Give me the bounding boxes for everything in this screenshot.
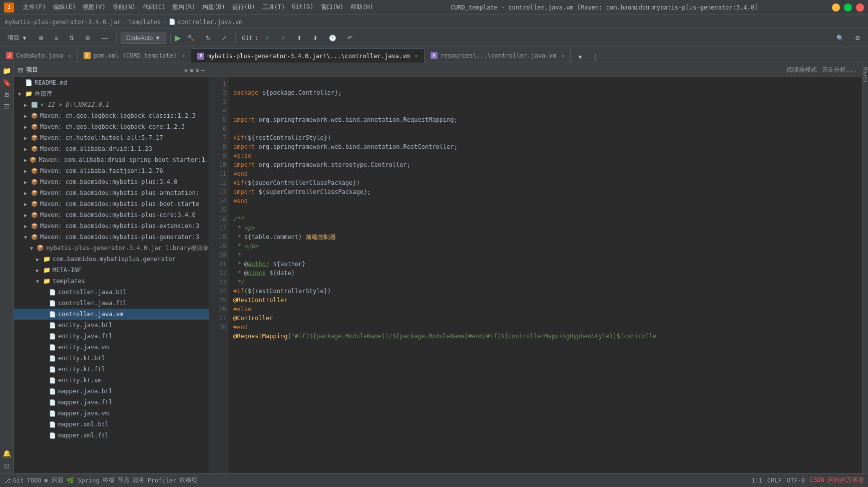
collapse-icon[interactable]: — [97,33,112,44]
menu-code[interactable]: 代码(C) [140,2,169,13]
tree-file-item[interactable]: 📄 controller.java.ftl [14,298,209,309]
menu-window[interactable]: 窗口(W) [318,2,347,13]
project-dropdown[interactable]: 项目 ▼ [3,32,32,44]
menu-navigate[interactable]: 导航(N) [110,2,139,13]
tree-item[interactable]: ▶ 📁 META-INF [14,265,209,276]
tree-item[interactable]: ▶ 📦 Maven: com.alibaba:druid:1.1.23 [14,143,209,154]
equalize-icon[interactable]: ≡ [50,33,63,44]
line-col-status[interactable]: 1:1 [751,477,762,484]
menu-refactor[interactable]: 重构(R) [169,2,198,13]
tree-item[interactable]: ▶ 📁 com.baomidou.mybatisplus.generator [14,254,209,265]
tree-file-item[interactable]: 📄 entity.java.btl [14,320,209,331]
tab-more[interactable]: ▼ [573,52,588,63]
tab-controller-vm[interactable]: V mybatis-plus-generator-3.4.0.jar!\...\… [191,49,424,63]
menu-help[interactable]: 帮助(H) [347,2,376,13]
tree-item[interactable]: ▶ 📦 Maven: com.baomidou:mybatis-plus-cor… [14,209,209,220]
menu-git[interactable]: Git(G) [289,2,316,13]
tree-file-item[interactable]: 📄 entity.kt.ftl [14,364,209,375]
tab-pom[interactable]: X pom.xml (CURD_template) × [78,49,191,63]
menu-edit[interactable]: 编辑(E) [50,2,79,13]
tree-file-item-selected[interactable]: 📄 controller.java.vm [14,309,209,320]
structure-icon[interactable]: ⊞ [2,89,13,100]
tree-file-item[interactable]: 📄 mapper.java.btl [14,386,209,397]
breadcrumb-file[interactable]: 📄 controller.java.vm [169,19,243,26]
hierarchy-icon[interactable]: ☰ [2,101,13,112]
nodes-status[interactable]: 节点 [118,476,130,484]
menu-bar[interactable]: 文件(F) 编辑(E) 视图(V) 导航(N) 代码(C) 重构(R) 构建(B… [20,2,376,13]
profiler-status[interactable]: Profiler [148,477,177,484]
window-controls[interactable] [832,4,864,12]
tree-item[interactable]: ▼ 📁 外部库 [14,88,209,99]
git-revert[interactable]: ↶ [343,33,357,44]
tree-item[interactable]: ▼ 📦 Maven: com.baomidou:mybatis-plus-gen… [14,231,209,242]
tree-file-item[interactable]: 📄 entity.kt.vm [14,375,209,386]
tab-close-pom[interactable]: × [182,53,185,59]
menu-build[interactable]: 构建(B) [199,2,228,13]
git-check1[interactable]: ✓ [260,33,274,44]
expand-button[interactable]: ⤢ [217,33,231,44]
tree-icon-equalize[interactable]: ≡ [190,67,193,74]
tree-item[interactable]: ▶ 📦 Maven: cn.hutool:hutool-all:5.7.17 [14,132,209,143]
tab-close-resources[interactable]: × [561,53,564,59]
breadcrumb-folder[interactable]: templates [128,19,161,26]
run-button[interactable]: ▶ [175,33,181,43]
reload-button[interactable]: ↻ [201,33,215,44]
csdn-status[interactable]: CSDN·阿狗的万事屋 [810,476,864,484]
git-check2[interactable]: ✓ [276,33,290,44]
tree-expand-icon[interactable]: ▤ [18,65,23,75]
settings-icon[interactable]: ⚙ [81,33,95,44]
code-content[interactable]: package ${package.Controller}; import or… [229,77,862,473]
tab-resources-vm[interactable]: V resources\...\controller.java.vm × [424,49,571,63]
search-button[interactable]: 🔍 [832,33,848,44]
tree-file-item[interactable]: 📄 mapper.java.vm [14,408,209,419]
tree-icon-collapse[interactable]: — [201,67,205,74]
bookmarks-icon[interactable]: 🔖 [2,77,13,88]
tree-item[interactable]: ▶ 🔢 < 12 > D:\JDK12.0.1 [14,99,209,110]
menu-file[interactable]: 文件(F) [20,2,49,13]
tree-file-item[interactable]: 📄 controller.java.btl [14,287,209,298]
bottom-sidebar-icon[interactable]: ◱ [2,460,13,471]
git-history[interactable]: 🕐 [324,33,341,44]
menu-view[interactable]: 视图(V) [80,2,109,13]
terminal-status[interactable]: 终端 [103,476,115,484]
git-pull[interactable]: ⬇ [308,33,322,44]
tree-item-templates[interactable]: ▼ 📁 templates [14,276,209,287]
tree-file-item[interactable]: 📄 entity.java.vm [14,342,209,353]
tree-file-item[interactable]: 📄 mapper.xml.btl [14,419,209,430]
codeauto-button[interactable]: CodeAuto ▼ [121,33,166,44]
build-button[interactable]: 🔨 [183,33,199,44]
tree-item[interactable]: ▶ 📦 Maven: com.baomidou:mybatis-plus-ann… [14,187,209,198]
menu-tools[interactable]: 工具(T) [259,2,288,13]
git-push[interactable]: ⬆ [292,33,306,44]
read-mode-label[interactable]: 阅读器模式 [787,66,817,74]
breadcrumb-jar[interactable]: mybatis-plus-generator-3.4.0.jar [5,19,121,26]
tree-item[interactable]: ▶ 📦 Maven: com.baomidou:mybatis-plus-ext… [14,220,209,231]
tree-file-item[interactable]: 📄 entity.kt.btl [14,353,209,364]
tree-icon-settings[interactable]: ⚙ [196,67,199,74]
tree-item[interactable]: ▼ 📦 mybatis-plus-generator-3.4.0.jar lib… [14,242,209,254]
tab-close-codeauto[interactable]: × [68,53,71,59]
notifications-icon[interactable]: 🔔 [2,448,13,459]
spring-status[interactable]: 🌿 Spring [67,477,100,484]
maven-label[interactable]: Maven [862,67,868,82]
tree-item[interactable]: ▶ 📦 Maven: ch.qos.logback:logback-classi… [14,110,209,121]
services-status[interactable]: 服务 [133,476,145,484]
menu-run[interactable]: 运行(U) [229,2,258,13]
tab-options[interactable]: ⋮ [588,52,603,63]
sort-icon[interactable]: ⇅ [65,33,79,44]
problems-status[interactable]: ◉ 问题 [45,476,64,484]
tree-item[interactable]: ▶ 📦 Maven: com.baomidou:mybatis-plus:3.4… [14,176,209,187]
encoding-status[interactable]: UTF-8 [787,477,805,484]
close-button[interactable] [856,4,864,12]
minimize-button[interactable] [832,4,840,12]
tree-file-item[interactable]: 📄 mapper.xml.ftl [14,430,209,441]
tree-item[interactable]: 📄 README.md [14,77,209,88]
scope-icon[interactable]: ⊕ [34,33,48,44]
settings-button[interactable]: ⚙ [850,33,865,44]
tree-item[interactable]: ▶ 📦 Maven: ch.qos.logback:logback-core:1… [14,121,209,132]
tree-icon-scope[interactable]: ⊕ [184,67,188,74]
git-status[interactable]: ⎇ Git [4,477,24,484]
tree-file-item[interactable]: 📄 mapper.java.ftl [14,397,209,408]
deps-status[interactable]: 依赖项 [179,476,197,484]
tree-item[interactable]: ▶ 📦 Maven: com.alibaba:fastjson:1.2.76 [14,165,209,176]
